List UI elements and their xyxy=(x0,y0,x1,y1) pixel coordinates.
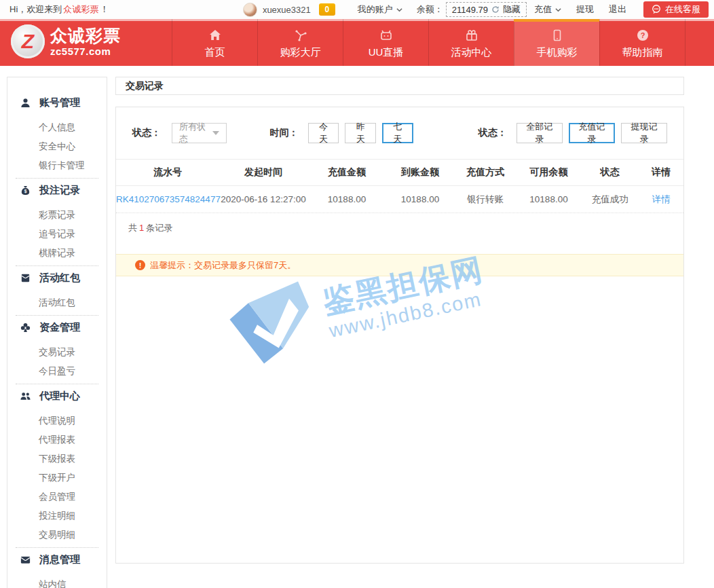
sidebar-item-transaction-records[interactable]: 交易记录 xyxy=(7,343,107,362)
balance-value: 21149.79 xyxy=(452,5,488,15)
nav-item-mobile-lottery[interactable]: 手机购彩 xyxy=(514,19,599,66)
username[interactable]: xuexue3321 xyxy=(263,5,311,15)
dropdown-arrow-icon xyxy=(212,131,219,135)
status-filter-label: 状态： xyxy=(132,127,161,139)
type-button-group: 全部记录 充值记录 提现记录 xyxy=(516,123,667,143)
sidebar-section-title: 账号管理 xyxy=(39,96,80,109)
sidebar-item-agent-intro[interactable]: 代理说明 xyxy=(7,411,107,430)
col-serial: 流水号 xyxy=(116,166,219,179)
row-received: 10188.00 xyxy=(386,194,454,204)
filter-row: 状态： 所有状态 时间： 今天 昨天 七天 状态： 全部记录 充值记录 提现记录 xyxy=(116,123,683,143)
my-account-menu[interactable]: 我的账户 xyxy=(358,3,402,16)
refresh-icon[interactable] xyxy=(491,5,500,14)
sidebar-item-chase-records[interactable]: 追号记录 xyxy=(7,225,107,244)
phone-icon xyxy=(550,29,564,42)
notice-text: 温馨提示：交易记录最多只保留7天。 xyxy=(150,259,296,272)
funds-icon xyxy=(20,322,31,333)
recharge-menu[interactable]: 充值 xyxy=(534,3,561,16)
type-withdraw-records-button[interactable]: 提现记录 xyxy=(621,123,667,143)
online-service-label: 在线客服 xyxy=(665,3,700,16)
time-yesterday-button[interactable]: 昨天 xyxy=(345,123,376,143)
time-seven-days-button[interactable]: 七天 xyxy=(382,123,413,143)
nav-item-lottery-hall[interactable]: 购彩大厅 xyxy=(257,19,343,66)
serial-link[interactable]: RK410270673574824477 xyxy=(116,194,221,204)
my-account-label: 我的账户 xyxy=(358,3,393,16)
type-all-records-button[interactable]: 全部记录 xyxy=(516,123,563,143)
nav-item-uu-live[interactable]: UU直播 xyxy=(343,19,428,66)
sidebar-section-title: 资金管理 xyxy=(39,321,80,334)
chevron-down-icon xyxy=(396,7,402,13)
user-avatar[interactable] xyxy=(243,3,257,17)
hide-balance-button[interactable]: 隐藏 xyxy=(503,3,521,16)
sidebar-item-agent-report[interactable]: 代理报表 xyxy=(7,430,107,449)
sidebar-section-title: 投注记录 xyxy=(39,184,80,197)
divider xyxy=(16,384,98,384)
gift-icon xyxy=(465,29,478,42)
status-dropdown[interactable]: 所有状态 xyxy=(172,123,227,143)
site-logo[interactable]: Z 众诚彩票 zc5577.com xyxy=(11,24,121,58)
message-count-badge[interactable]: 0 xyxy=(319,3,335,16)
divider xyxy=(16,547,98,548)
sidebar: 账号管理 个人信息 安全中心 银行卡管理 $ 投注记录 彩票记录 追号记录 棋牌… xyxy=(7,77,107,588)
sidebar-section-title: 消息管理 xyxy=(39,553,80,566)
record-count-suffix: 条记录 xyxy=(146,223,172,233)
nav-item-activity-center[interactable]: 活动中心 xyxy=(428,19,514,66)
divider xyxy=(16,315,98,316)
sidebar-item-bet-detail[interactable]: 投注明细 xyxy=(7,507,107,526)
sidebar-item-security-center[interactable]: 安全中心 xyxy=(7,137,107,156)
col-received: 到账金额 xyxy=(386,166,454,179)
svg-text:?: ? xyxy=(640,31,645,39)
greeting: Hi，欢迎来到 众诚彩票 ！ xyxy=(0,3,109,16)
sidebar-item-subordinate-report[interactable]: 下级报表 xyxy=(7,449,107,468)
sidebar-item-personal-info[interactable]: 个人信息 xyxy=(7,118,107,137)
row-amount: 10188.00 xyxy=(307,194,386,204)
greeting-brand: 众诚彩票 xyxy=(63,3,98,16)
notice-bar: ! 温馨提示：交易记录最多只保留7天。 xyxy=(116,254,683,276)
detail-link[interactable]: 详情 xyxy=(652,194,671,204)
logo-title: 众诚彩票 xyxy=(50,27,121,44)
sidebar-item-site-mail[interactable]: 站内信 xyxy=(7,575,107,588)
status-dropdown-value: 所有状态 xyxy=(179,121,212,145)
topbar: Hi，欢迎来到 众诚彩票 ！ xuexue3321 0 我的账户 余额： 211… xyxy=(0,0,714,19)
sidebar-section-title: 活动红包 xyxy=(39,272,80,284)
sidebar-item-lottery-records[interactable]: 彩票记录 xyxy=(7,206,107,225)
withdraw-link[interactable]: 提现 xyxy=(576,3,594,16)
online-service-button[interactable]: 在线客服 xyxy=(643,1,709,18)
time-today-button[interactable]: 今天 xyxy=(308,123,339,143)
sidebar-item-bank-card[interactable]: 银行卡管理 xyxy=(7,156,107,175)
sidebar-item-member-manage[interactable]: 会员管理 xyxy=(7,488,107,507)
sidebar-section-account: 账号管理 xyxy=(7,93,107,112)
sidebar-item-subordinate-open[interactable]: 下级开户 xyxy=(7,468,107,488)
col-status: 状态 xyxy=(581,166,639,179)
recharge-label: 充值 xyxy=(534,3,552,16)
sidebar-item-today-profit[interactable]: 今日盈亏 xyxy=(7,362,107,381)
headset-icon xyxy=(652,4,661,16)
transaction-panel: 状态： 所有状态 时间： 今天 昨天 七天 状态： 全部记录 充值记录 提现记录… xyxy=(115,107,684,564)
sidebar-item-transaction-detail[interactable]: 交易明细 xyxy=(7,526,107,545)
lottery-hall-icon xyxy=(294,29,307,42)
divider xyxy=(16,265,98,266)
type-recharge-records-button[interactable]: 充值记录 xyxy=(569,123,615,143)
nav-label: 活动中心 xyxy=(451,46,492,59)
sidebar-item-chess-records[interactable]: 棋牌记录 xyxy=(7,244,107,263)
nav-item-home[interactable]: 首页 xyxy=(172,19,257,66)
sidebar-section-bet-records: $ 投注记录 xyxy=(7,181,107,200)
agents-icon xyxy=(20,390,31,402)
red-packet-icon xyxy=(20,272,31,284)
sidebar-item-activity-red-packet[interactable]: 活动红包 xyxy=(7,293,107,312)
greeting-prefix: Hi，欢迎来到 xyxy=(10,3,62,16)
nav-item-help-guide[interactable]: ? 帮助指南 xyxy=(599,19,685,66)
sidebar-section-funds: 资金管理 xyxy=(7,318,107,337)
col-time: 发起时间 xyxy=(219,166,307,179)
page-title-panel: 交易记录 xyxy=(115,77,684,95)
logout-link[interactable]: 退出 xyxy=(609,3,626,16)
moneybag-icon: $ xyxy=(20,185,31,196)
row-time: 2020-06-16 12:27:00 xyxy=(219,194,307,204)
logo-z-icon: Z xyxy=(11,24,45,58)
sidebar-section-agent: 代理中心 xyxy=(7,386,107,405)
table-row: RK410270673574824477 2020-06-16 12:27:00… xyxy=(116,186,683,213)
row-status: 充值成功 xyxy=(581,194,639,206)
time-filter-label: 时间： xyxy=(270,127,299,139)
nav-label: 购彩大厅 xyxy=(280,46,321,59)
col-amount: 充值金额 xyxy=(307,166,386,179)
